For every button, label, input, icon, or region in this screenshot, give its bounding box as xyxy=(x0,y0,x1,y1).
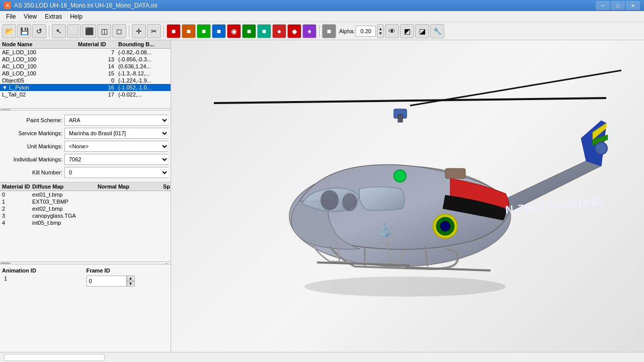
paint-scheme-select[interactable]: ARA xyxy=(64,115,169,126)
maximize-button[interactable]: □ xyxy=(611,1,625,10)
mat-row[interactable]: 0ext01_t.bmp xyxy=(0,191,171,198)
material-table-scroll[interactable]: 0ext01_t.bmp1EXT03_T.BMP2ext02_t.bmp3can… xyxy=(0,191,171,261)
unit-markings-select[interactable]: <None> xyxy=(64,141,169,152)
node-tree: Node Name Material ID Bounding B... AE_L… xyxy=(0,40,171,111)
node-tree-scroll[interactable]: AE_LOD_1007(-0.82,-0.08...AD_LOD_10013(-… xyxy=(0,49,171,108)
view-btn-3[interactable]: ◪ xyxy=(415,24,429,38)
solid-box-button[interactable]: ⬛ xyxy=(82,24,96,38)
svg-point-3 xyxy=(595,142,607,154)
helicopter-svg: ⚓ N-7062 MARINHA xyxy=(209,60,621,342)
menu-extras[interactable]: Extras xyxy=(41,12,66,21)
color-btn-7[interactable]: ■ xyxy=(257,24,271,38)
color-btn-9[interactable]: ◆ xyxy=(287,24,301,38)
service-markings-select[interactable]: Marinha do Brasil [017] xyxy=(64,128,169,139)
animation-section: Animation ID Frame ID 1 ▲ ▼ xyxy=(0,264,171,352)
close-button[interactable]: ✕ xyxy=(626,1,640,10)
mat-row[interactable]: 2ext02_t.bmp xyxy=(0,205,171,212)
frame-spin-down[interactable]: ▼ xyxy=(127,281,135,287)
frame-id-input[interactable] xyxy=(87,276,127,287)
unit-markings-row: Unit Markings: <None> xyxy=(2,141,169,152)
cut-button[interactable]: ✂ xyxy=(147,24,161,38)
node-row[interactable]: AD_LOD_10013(-0.856,-0.3... xyxy=(0,56,171,63)
color-btn-8[interactable]: ● xyxy=(272,24,286,38)
mat-row[interactable]: 1EXT03_T.BMP xyxy=(0,198,171,205)
unit-markings-label: Unit Markings: xyxy=(2,143,62,149)
color-btn-2[interactable]: ■ xyxy=(182,24,196,38)
app-icon: A xyxy=(4,2,11,9)
mat-row[interactable]: 3canopyglass.TGA xyxy=(0,212,171,219)
node-row[interactable]: AC_LOD_10014(0.636,1.24... xyxy=(0,63,171,70)
title-bar-left: A AS 350.LOD UH-16_Mono.ini UH-16_Mono_D… xyxy=(4,2,157,9)
node-row[interactable]: AB_LOD_10015(-1.3,-8.12,... xyxy=(0,70,171,77)
half-box-button[interactable]: ◫ xyxy=(97,24,111,38)
status-bar xyxy=(0,352,644,362)
svg-point-11 xyxy=(440,221,450,231)
material-table: Material ID Diffuse Map Normal Map Sp 0e… xyxy=(0,183,171,264)
main-layout: Node Name Material ID Bounding B... AE_L… xyxy=(0,40,644,352)
wire-box-button[interactable]: ⬜ xyxy=(67,24,81,38)
color-btn-5[interactable]: ◉ xyxy=(227,24,241,38)
color-btn-6[interactable]: ■ xyxy=(242,24,256,38)
view-btn-1[interactable]: 👁 xyxy=(385,24,399,38)
anim-id-value: 1 xyxy=(2,276,85,287)
material-table-header: Material ID Diffuse Map Normal Map Sp xyxy=(0,183,171,191)
title-bar: A AS 350.LOD UH-16_Mono.ini UH-16_Mono_D… xyxy=(0,0,644,11)
unit-markings-select-wrap: <None> xyxy=(64,141,169,152)
color-btn-4[interactable]: ■ xyxy=(212,24,226,38)
svg-point-14 xyxy=(304,277,506,297)
node-name-header: Node Name xyxy=(2,41,78,47)
minimize-button[interactable]: ─ xyxy=(596,1,610,10)
frame-id-input-wrap: ▲ ▼ xyxy=(87,276,169,287)
color-btn-3[interactable]: ■ xyxy=(197,24,211,38)
alpha-spin-up[interactable]: ▲▼ xyxy=(377,24,384,38)
alpha-input[interactable] xyxy=(356,26,376,37)
color-btn-10[interactable]: ♦ xyxy=(302,24,316,38)
kill-number-label: Kill Number: xyxy=(2,169,62,175)
properties-panel: Paint Scheme: ARA Service Markings: Mari… xyxy=(0,111,171,183)
title-bar-text: AS 350.LOD UH-16_Mono.ini UH-16_Mono_DAT… xyxy=(14,2,157,9)
svg-point-15 xyxy=(320,190,339,210)
separator-3 xyxy=(164,25,164,37)
gray-btn-1[interactable]: ■ xyxy=(322,24,336,38)
toolbar: 📂 💾 ↺ ↖ ⬜ ⬛ ◫ ◻ ✛ ✂ ■ ■ ■ ■ ◉ ■ ■ ● ◆ ♦ … xyxy=(0,22,644,40)
mat-row[interactable]: 4int05_t.bmp xyxy=(0,219,171,226)
move-button[interactable]: ✛ xyxy=(132,24,146,38)
menu-file[interactable]: File xyxy=(2,12,20,21)
open-button[interactable]: 📂 xyxy=(2,24,16,38)
animation-header: Animation ID Frame ID xyxy=(2,267,169,274)
node-row[interactable]: AE_LOD_1007(-0.82,-0.08... xyxy=(0,49,171,56)
paint-scheme-row: Paint Scheme: ARA xyxy=(2,115,169,126)
node-tree-header: Node Name Material ID Bounding B... xyxy=(0,40,171,49)
svg-point-16 xyxy=(342,193,357,211)
kill-number-select[interactable]: 0 xyxy=(64,167,169,178)
outline-box-button[interactable]: ◻ xyxy=(112,24,126,38)
node-row[interactable]: ▼ L_Pylon16(-1.052,-1.0... xyxy=(0,84,171,91)
helicopter-container: ⚓ N-7062 MARINHA xyxy=(186,50,644,352)
save-button[interactable]: 💾 xyxy=(17,24,31,38)
anim-id-label: Animation ID xyxy=(2,267,85,274)
node-row[interactable]: Object050(-1.224,-1.9... xyxy=(0,77,171,84)
individual-markings-select[interactable]: 7062 xyxy=(64,154,169,165)
menu-view[interactable]: View xyxy=(20,12,41,21)
frame-id-label: Frame ID xyxy=(87,267,169,274)
paint-scheme-select-wrap: ARA xyxy=(64,115,169,126)
kill-number-select-wrap: 0 xyxy=(64,167,169,178)
color-btn-1[interactable]: ■ xyxy=(167,24,181,38)
bounding-box-header: Bounding B... xyxy=(118,41,169,47)
tools-btn[interactable]: 🔧 xyxy=(430,24,444,38)
svg-text:⚓: ⚓ xyxy=(377,222,392,237)
node-row[interactable]: L_Tail_0217(-0.022,... xyxy=(0,91,171,98)
service-markings-label: Service Markings: xyxy=(2,130,62,136)
anim-id-column: Animation ID xyxy=(2,267,85,274)
cursor-button[interactable]: ↖ xyxy=(52,24,66,38)
frame-spin-up[interactable]: ▲ xyxy=(127,276,135,281)
individual-markings-label: Individual Markings: xyxy=(2,156,62,162)
material-id-header: Material ID xyxy=(78,41,118,47)
alpha-label: Alpha: xyxy=(339,28,355,34)
anim-values: 1 ▲ ▼ xyxy=(2,276,169,287)
rotate-button[interactable]: ↺ xyxy=(32,24,46,38)
left-panel: Node Name Material ID Bounding B... AE_L… xyxy=(0,40,171,352)
view-btn-2[interactable]: ◩ xyxy=(400,24,414,38)
viewport[interactable]: ⚓ N-7062 MARINHA xyxy=(171,40,644,352)
menu-help[interactable]: Help xyxy=(66,12,87,21)
